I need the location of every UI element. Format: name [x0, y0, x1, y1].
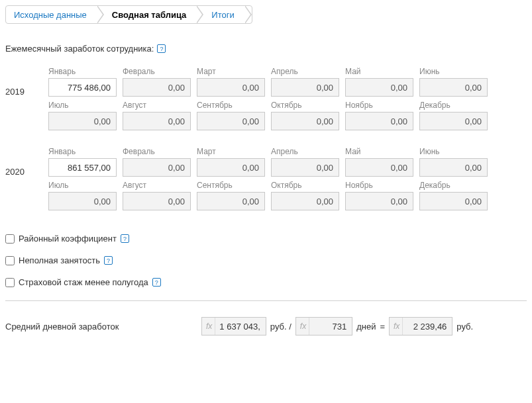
month-label: Май — [345, 67, 413, 76]
month-input[interactable] — [345, 158, 413, 177]
daily-value: 2 239,46 — [407, 322, 447, 332]
tab-summary[interactable]: Сводная таблица — [104, 6, 197, 23]
year-label: 2020 — [5, 147, 48, 210]
part-time-label: Неполная занятость — [19, 255, 100, 265]
month-cell: Октябрь — [271, 101, 339, 130]
insurance-label: Страховой стаж менее полугода — [19, 277, 148, 287]
month-cell: Апрель — [271, 67, 339, 97]
district-coefficient-label: Районный коэффициент — [19, 234, 117, 244]
chevron-right-icon — [197, 5, 203, 24]
month-cell: Июнь — [419, 147, 488, 177]
month-label: Январь — [48, 67, 117, 76]
month-label: Июнь — [419, 67, 488, 76]
month-input[interactable] — [419, 192, 488, 210]
month-cell: Июль — [48, 101, 117, 130]
month-input[interactable] — [197, 78, 265, 97]
month-cell: Март — [197, 67, 265, 97]
month-label: Май — [345, 147, 413, 156]
month-label: Июнь — [419, 147, 488, 156]
month-input[interactable] — [123, 78, 191, 97]
tab-totals[interactable]: Итоги — [203, 6, 244, 23]
sum-input[interactable]: fx 1 637 043, — [201, 317, 266, 336]
days-value: 731 — [313, 322, 346, 332]
month-cell: Октябрь — [271, 181, 339, 210]
month-input[interactable] — [345, 78, 413, 97]
fx-icon: fx — [202, 318, 215, 335]
month-input[interactable] — [419, 78, 488, 97]
month-cell: Август — [123, 101, 191, 130]
month-cell: Декабрь — [419, 181, 488, 210]
help-icon[interactable]: ? — [152, 278, 161, 287]
month-label: Октябрь — [271, 181, 339, 190]
month-input[interactable] — [419, 158, 488, 177]
year-label: 2019 — [5, 67, 48, 130]
month-cell: Февраль — [123, 147, 191, 177]
help-icon[interactable]: ? — [157, 44, 166, 53]
month-cell: Декабрь — [419, 101, 488, 130]
days-input[interactable]: fx 731 — [295, 317, 352, 336]
month-cell: Ноябрь — [345, 181, 413, 210]
fx-icon: fx — [296, 318, 309, 335]
month-label: Сентябрь — [197, 101, 265, 110]
month-label: Август — [123, 181, 191, 190]
month-label: Февраль — [123, 67, 191, 76]
month-label: Февраль — [123, 147, 191, 156]
month-input[interactable] — [123, 192, 191, 210]
month-input[interactable] — [123, 112, 191, 130]
month-input[interactable] — [271, 78, 339, 97]
section-title: Ежемесячный заработок сотрудника: ? — [5, 44, 527, 54]
insurance-checkbox[interactable] — [5, 278, 15, 287]
month-input[interactable] — [271, 158, 339, 177]
month-input[interactable] — [197, 158, 265, 177]
month-label: Сентябрь — [197, 181, 265, 190]
month-label: Декабрь — [419, 101, 488, 110]
part-time-checkbox[interactable] — [5, 256, 15, 265]
month-input[interactable] — [48, 112, 117, 130]
result-row: Средний дневной заработок fx 1 637 043, … — [5, 317, 527, 336]
breadcrumb-tabs: Исходные данные Сводная таблица Итоги — [5, 5, 252, 24]
month-input[interactable] — [197, 192, 265, 210]
month-input[interactable] — [123, 158, 191, 177]
month-label: Март — [197, 147, 265, 156]
year-block: 2019ЯнварьФевральМартАпрельМайИюньИюльАв… — [5, 67, 527, 130]
month-input[interactable] — [48, 78, 117, 97]
month-input[interactable] — [48, 158, 117, 177]
days-unit: дней — [356, 322, 376, 332]
equals-sign: = — [380, 322, 385, 332]
month-label: Декабрь — [419, 181, 488, 190]
month-label: Январь — [48, 147, 117, 156]
month-label: Июль — [48, 101, 117, 110]
month-label: Июль — [48, 181, 117, 190]
month-label: Апрель — [271, 67, 339, 76]
month-input[interactable] — [271, 112, 339, 130]
month-label: Апрель — [271, 147, 339, 156]
daily-input[interactable]: fx 2 239,46 — [389, 317, 452, 336]
divider — [5, 300, 527, 301]
tab-source[interactable]: Исходные данные — [6, 6, 97, 23]
chevron-right-icon — [245, 5, 252, 24]
district-coefficient-checkbox[interactable] — [5, 234, 15, 244]
month-label: Ноябрь — [345, 181, 413, 190]
fx-icon: fx — [390, 318, 403, 335]
month-input[interactable] — [345, 192, 413, 210]
month-cell: Сентябрь — [197, 101, 265, 130]
help-icon[interactable]: ? — [121, 234, 129, 243]
month-cell: Март — [197, 147, 265, 177]
sum-unit: руб. / — [270, 322, 292, 332]
months-grid: ЯнварьФевральМартАпрельМайИюньИюльАвгуст… — [48, 147, 488, 210]
month-input[interactable] — [48, 192, 117, 210]
sum-value: 1 637 043, — [219, 322, 260, 332]
month-cell: Июнь — [419, 67, 488, 97]
month-label: Март — [197, 67, 265, 76]
month-label: Октябрь — [271, 101, 339, 110]
month-input[interactable] — [419, 112, 488, 130]
daily-unit: руб. — [456, 322, 473, 332]
month-cell: Июль — [48, 181, 117, 210]
month-input[interactable] — [345, 112, 413, 130]
month-cell: Ноябрь — [345, 101, 413, 130]
month-label: Ноябрь — [345, 101, 413, 110]
month-input[interactable] — [197, 112, 265, 130]
month-cell: Апрель — [271, 147, 339, 177]
help-icon[interactable]: ? — [104, 256, 113, 265]
month-input[interactable] — [271, 192, 339, 210]
